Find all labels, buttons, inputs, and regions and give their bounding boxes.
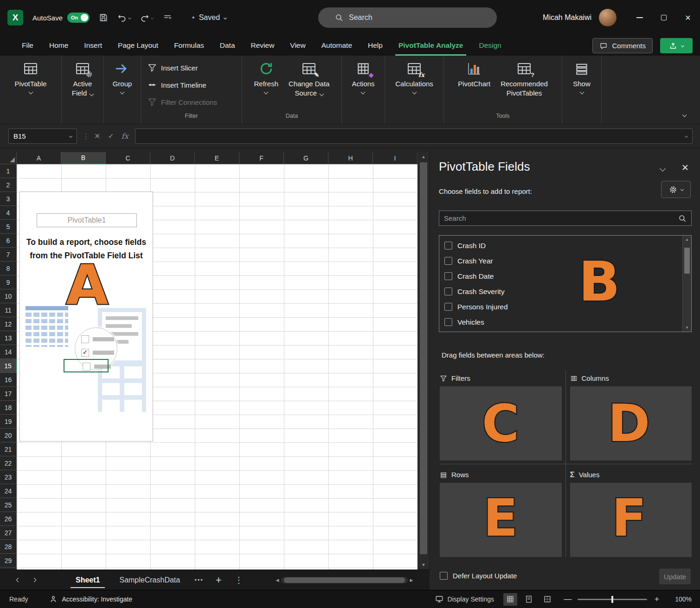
update-button[interactable]: Update	[659, 569, 691, 584]
row-header-22[interactable]: 22	[0, 456, 17, 470]
insert-timeline-button[interactable]: Insert Timeline	[148, 79, 206, 90]
autosave-toggle[interactable]: On	[67, 13, 90, 23]
cancel-icon[interactable]: ✕	[94, 132, 100, 141]
vertical-scrollbar[interactable]: ▲ ▼	[417, 152, 429, 570]
field-checkbox-persons-injured[interactable]	[444, 303, 452, 311]
horizontal-scroll-thumb[interactable]	[284, 577, 405, 583]
row-header-16[interactable]: 16	[0, 373, 17, 387]
row-header-9[interactable]: 9	[0, 275, 17, 289]
zoom-slider-thumb[interactable]	[611, 596, 613, 603]
save-status-chevron-icon[interactable]	[224, 16, 227, 19]
document-title[interactable]: • Saved	[188, 13, 226, 22]
undo-chevron-icon[interactable]	[128, 16, 131, 19]
minimize-button[interactable]	[628, 0, 652, 35]
zoom-in-button[interactable]: +	[653, 595, 661, 604]
row-header-3[interactable]: 3	[0, 192, 17, 206]
ribbon-tab-formulas[interactable]: Formulas	[166, 35, 212, 56]
row-header-25[interactable]: 25	[0, 498, 17, 512]
ribbon-tab-review[interactable]: Review	[243, 35, 283, 56]
column-header-f[interactable]: F	[239, 152, 284, 164]
zoom-level[interactable]: 100%	[670, 595, 692, 603]
column-header-e[interactable]: E	[195, 152, 239, 164]
field-item-vehicles[interactable]: Vehicles	[444, 314, 691, 330]
formula-bar-expand-icon[interactable]	[685, 134, 688, 138]
user-avatar[interactable]	[599, 9, 617, 26]
recommended-pivottables-button[interactable]: ? Recommended PivotTables	[497, 60, 552, 98]
row-header-4[interactable]: 4	[0, 206, 17, 220]
select-all-corner[interactable]	[0, 152, 17, 164]
column-header-g[interactable]: G	[284, 152, 328, 164]
save-button[interactable]	[99, 13, 108, 22]
comments-button[interactable]: Comments	[592, 38, 653, 53]
ribbon-tab-pivottable-analyze[interactable]: PivotTable Analyze	[391, 35, 471, 56]
column-header-h[interactable]: H	[328, 152, 373, 164]
sheet-menu-button[interactable]: ⋮	[235, 575, 243, 585]
scroll-right-icon[interactable]: ▶	[408, 578, 415, 582]
scroll-down-icon[interactable]: ▼	[418, 563, 429, 567]
scroll-up-icon[interactable]: ▲	[683, 237, 691, 242]
column-header-a[interactable]: A	[17, 152, 61, 164]
horizontal-scroll-track[interactable]	[281, 577, 408, 583]
ribbon-tab-data[interactable]: Data	[212, 35, 243, 56]
row-header-17[interactable]: 17	[0, 387, 17, 401]
refresh-button[interactable]: Refresh	[250, 60, 283, 95]
insert-slicer-button[interactable]: Insert Slicer	[148, 62, 198, 73]
group-button[interactable]: Group	[109, 60, 136, 95]
sheet-tab-samplecrashdata[interactable]: SampleCrashData	[109, 570, 190, 590]
display-settings-button[interactable]: Display Settings	[435, 595, 494, 603]
column-header-b[interactable]: B	[61, 152, 106, 164]
field-item-crash-id[interactable]: Crash ID	[444, 238, 691, 253]
row-header-10[interactable]: 10	[0, 289, 17, 303]
sheet-tab-sheet1[interactable]: Sheet1	[66, 570, 109, 590]
row-header-21[interactable]: 21	[0, 442, 17, 456]
row-header-29[interactable]: 29	[0, 554, 17, 568]
panel-close-button[interactable]: ✕	[681, 162, 689, 173]
horizontal-scrollbar[interactable]: ◀ ▶	[274, 575, 415, 585]
page-layout-view-button[interactable]	[522, 593, 536, 606]
page-break-view-button[interactable]	[540, 593, 554, 606]
zoom-out-button[interactable]: —	[564, 595, 572, 604]
row-header-20[interactable]: 20	[0, 429, 17, 442]
enter-icon[interactable]: ✓	[108, 132, 114, 141]
actions-button[interactable]: ◆ Actions	[348, 60, 378, 95]
pivottable-button[interactable]: PivotTable	[11, 60, 50, 95]
quick-access-customize-button[interactable]	[163, 13, 172, 22]
redo-chevron-icon[interactable]	[151, 16, 154, 19]
search-box[interactable]: Search	[318, 7, 497, 28]
ribbon-tab-home[interactable]: Home	[41, 35, 76, 56]
row-header-23[interactable]: 23	[0, 470, 17, 484]
close-button[interactable]: ✕	[676, 0, 700, 35]
row-header-13[interactable]: 13	[0, 331, 17, 345]
ribbon-tab-design[interactable]: Design	[471, 35, 509, 56]
more-sheets-button[interactable]: •••	[194, 576, 204, 583]
field-checkbox-crash-date[interactable]	[444, 272, 452, 280]
field-item-persons-injured[interactable]: Persons Injured	[444, 299, 691, 314]
ribbon-tab-file[interactable]: File	[14, 35, 41, 56]
share-button[interactable]	[660, 38, 693, 53]
user-name[interactable]: Micah Makaiwi	[543, 13, 591, 22]
row-header-11[interactable]: 11	[0, 303, 17, 317]
scroll-left-icon[interactable]: ◀	[274, 578, 281, 582]
sheet-nav-right-icon[interactable]	[26, 578, 42, 582]
defer-layout-update[interactable]: Defer Layout Update	[440, 572, 517, 580]
fields-search-input[interactable]: Search	[439, 211, 692, 226]
row-header-19[interactable]: 19	[0, 415, 17, 429]
formula-input[interactable]	[135, 128, 693, 144]
field-scroll-thumb[interactable]	[684, 248, 690, 274]
filter-connections-button[interactable]: Filter Connections	[148, 96, 217, 108]
row-header-27[interactable]: 27	[0, 526, 17, 540]
maximize-button[interactable]	[652, 0, 676, 35]
ribbon-tab-help[interactable]: Help	[360, 35, 391, 56]
row-header-1[interactable]: 1	[0, 164, 17, 178]
pivotchart-button[interactable]: PivotChart	[454, 60, 494, 90]
ribbon-tab-automate[interactable]: Automate	[314, 35, 360, 56]
row-header-7[interactable]: 7	[0, 248, 17, 262]
column-header-d[interactable]: D	[150, 152, 195, 164]
field-checkbox-crash-year[interactable]	[444, 257, 452, 265]
normal-view-button[interactable]	[503, 593, 517, 606]
name-box[interactable]: B15	[8, 128, 77, 144]
scroll-down-icon[interactable]: ▼	[683, 326, 691, 330]
row-header-18[interactable]: 18	[0, 401, 17, 415]
field-checkbox-crash-id[interactable]	[444, 242, 452, 250]
row-header-2[interactable]: 2	[0, 178, 17, 192]
